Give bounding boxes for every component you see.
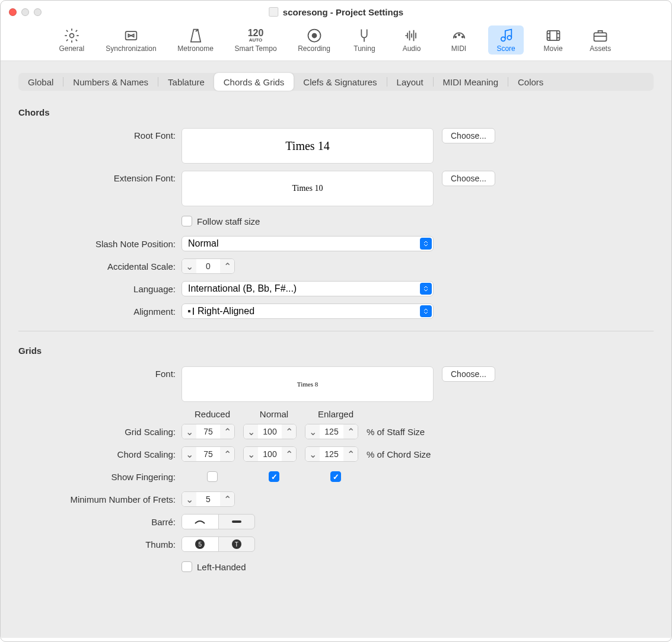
svg-rect-11 <box>232 520 241 523</box>
grid-scaling-enlarged-stepper[interactable]: ⌄125⌃ <box>305 424 358 439</box>
smart-tempo-icon: 120 AUTO <box>247 27 264 44</box>
dropdown-arrows-icon <box>420 238 432 250</box>
chord-scaling-label: Chord Scaling: <box>18 449 181 459</box>
grids-section-title: Grids <box>18 346 654 356</box>
subtab-midi-meaning[interactable]: MIDI Meaning <box>434 73 508 91</box>
toolbar-assets[interactable]: Assets <box>582 25 618 55</box>
metronome-icon <box>187 27 204 44</box>
subtab-tablature[interactable]: Tablature <box>158 73 214 91</box>
svg-rect-10 <box>594 33 607 41</box>
svg-point-5 <box>458 34 459 36</box>
briefcase-icon <box>592 27 609 44</box>
toolbar: General Synchronization Metronome 120 AU… <box>1 23 671 61</box>
svg-point-3 <box>312 34 316 38</box>
barre-segment[interactable] <box>181 514 255 529</box>
toolbar-score[interactable]: Score <box>488 25 524 55</box>
language-label: Language: <box>18 284 181 294</box>
accidental-scale-stepper[interactable]: ⌄ 0 ⌃ <box>181 258 235 274</box>
alignment-select[interactable]: Right-Aligned <box>181 304 434 319</box>
accidental-scale-label: Accidental Scale: <box>18 261 181 272</box>
grid-scaling-suffix: % of Staff Size <box>367 427 425 437</box>
barre-bar-option[interactable] <box>219 515 255 529</box>
thumb-5-option[interactable]: 5 <box>182 537 219 551</box>
right-align-icon <box>188 308 194 315</box>
follow-staff-size-checkbox[interactable] <box>181 216 192 226</box>
grids-font-choose-button[interactable]: Choose... <box>442 366 495 382</box>
column-header-enlarged: Enlarged <box>305 409 367 419</box>
zoom-window-button[interactable] <box>34 8 42 16</box>
window-title-wrap: scoresong - Project Settings <box>269 7 403 17</box>
dropdown-arrows-icon <box>420 283 432 295</box>
grids-font-label: Font: <box>18 366 181 379</box>
language-select[interactable]: International (B, Bb, F#...) <box>181 281 434 296</box>
subtab-clefs-signatures[interactable]: Clefs & Signatures <box>294 73 386 91</box>
toolbar-synchronization[interactable]: Synchronization <box>101 25 161 55</box>
close-window-button[interactable] <box>9 8 17 16</box>
svg-point-0 <box>69 34 74 38</box>
toolbar-recording[interactable]: Recording <box>293 25 335 55</box>
minimize-window-button[interactable] <box>21 8 29 16</box>
left-handed-label: Left-Handed <box>197 562 246 572</box>
subtab-layout[interactable]: Layout <box>387 73 433 91</box>
barre-label: Barré: <box>18 517 181 527</box>
subtab-numbers-names[interactable]: Numbers & Names <box>63 73 158 91</box>
sync-icon <box>123 27 139 44</box>
chord-scaling-reduced-stepper[interactable]: ⌄75⌃ <box>181 446 235 462</box>
toolbar-metronome[interactable]: Metronome <box>173 25 218 55</box>
min-frets-stepper[interactable]: ⌄5⌃ <box>181 491 235 507</box>
grid-scaling-reduced-stepper[interactable]: ⌄75⌃ <box>181 424 235 439</box>
alignment-label: Alignment: <box>18 306 181 317</box>
min-frets-label: Minimum Number of Frets: <box>18 494 181 504</box>
thumb-t-option[interactable]: T <box>219 537 255 551</box>
subtab-colors[interactable]: Colors <box>508 73 553 91</box>
midi-icon <box>451 27 467 44</box>
barre-arc-icon <box>194 519 206 525</box>
movie-icon <box>545 27 562 44</box>
toolbar-audio[interactable]: Audio <box>394 25 429 55</box>
toolbar-movie[interactable]: Movie <box>536 25 571 55</box>
show-fingering-reduced-checkbox[interactable] <box>207 471 218 482</box>
subtab-global[interactable]: Global <box>18 73 63 91</box>
grid-scaling-label: Grid Scaling: <box>18 427 181 437</box>
show-fingering-normal-checkbox[interactable] <box>269 471 279 482</box>
svg-point-6 <box>461 36 463 37</box>
waveform-icon <box>403 27 420 44</box>
grid-scaling-normal-stepper[interactable]: ⌄100⌃ <box>243 424 297 439</box>
toolbar-tuning[interactable]: Tuning <box>346 25 382 55</box>
thumb-label: Thumb: <box>18 539 181 550</box>
score-subtabs: Global Numbers & Names Tablature Chords … <box>18 73 654 91</box>
toolbar-midi[interactable]: MIDI <box>441 25 477 55</box>
root-font-choose-button[interactable]: Choose... <box>442 128 495 143</box>
extension-font-label: Extension Font: <box>18 171 181 183</box>
tuning-fork-icon <box>356 27 372 44</box>
chord-scaling-enlarged-stepper[interactable]: ⌄125⌃ <box>305 446 358 462</box>
show-fingering-label: Show Fingering: <box>18 472 181 482</box>
stepper-increment-icon[interactable]: ⌃ <box>220 259 234 273</box>
slash-note-position-select[interactable]: Normal <box>181 236 434 251</box>
svg-rect-9 <box>547 31 559 40</box>
section-divider <box>18 331 654 331</box>
extension-font-choose-button[interactable]: Choose... <box>442 171 495 186</box>
follow-staff-size-label: Follow staff size <box>197 216 260 226</box>
barre-arc-option[interactable] <box>182 515 219 529</box>
barre-bar-icon <box>231 519 243 525</box>
left-handed-checkbox[interactable] <box>181 561 192 572</box>
root-font-label: Root Font: <box>18 128 181 140</box>
subtab-chords-grids[interactable]: Chords & Grids <box>214 73 294 91</box>
slash-note-position-label: Slash Note Position: <box>18 239 181 249</box>
chord-scaling-normal-stepper[interactable]: ⌄100⌃ <box>243 446 297 462</box>
project-settings-window: scoresong - Project Settings General Syn… <box>0 0 672 642</box>
toolbar-smart-tempo[interactable]: 120 AUTO Smart Tempo <box>230 25 282 55</box>
show-fingering-enlarged-checkbox[interactable] <box>330 471 341 482</box>
titlebar: scoresong - Project Settings <box>1 1 671 23</box>
stepper-decrement-icon[interactable]: ⌄ <box>182 259 196 273</box>
chords-section-title: Chords <box>18 107 654 117</box>
grids-font-preview: Times 8 <box>181 366 434 402</box>
root-font-preview: Times 14 <box>181 128 434 164</box>
traffic-lights <box>9 8 42 16</box>
score-icon <box>498 27 514 44</box>
toolbar-general[interactable]: General <box>54 25 90 55</box>
content-area: Global Numbers & Names Tablature Chords … <box>1 61 671 638</box>
svg-point-4 <box>455 36 456 37</box>
thumb-segment[interactable]: 5 T <box>181 536 255 552</box>
